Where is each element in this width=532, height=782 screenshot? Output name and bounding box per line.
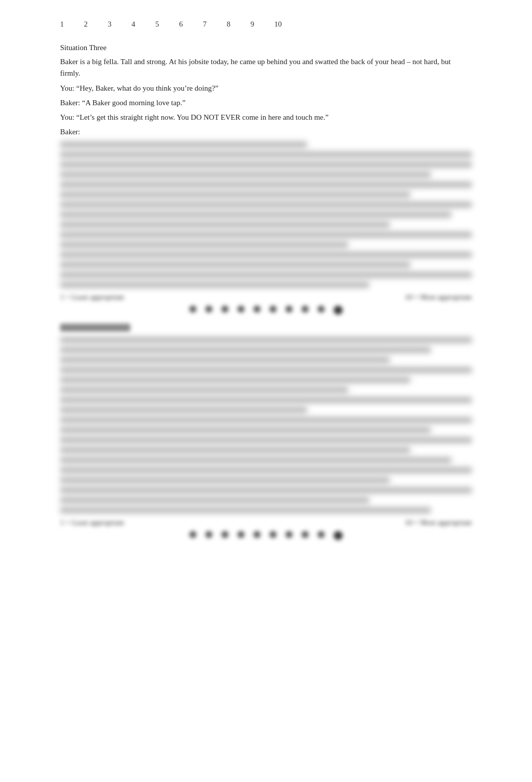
blurred-s2-line-5: [60, 377, 410, 383]
dot2-1[interactable]: [189, 531, 196, 538]
page-4[interactable]: 4: [132, 20, 136, 29]
rating-label-right-2: 10 = Most appropriate: [405, 518, 472, 527]
blurred-s2-line-2: [60, 347, 431, 353]
blurred-s2-line-3: [60, 357, 390, 363]
blurred-s2-line-16: [60, 487, 472, 493]
page-3[interactable]: 3: [108, 20, 112, 29]
page-7[interactable]: 7: [203, 20, 207, 29]
situation-title: Situation Three: [60, 44, 472, 52]
blurred-s2-line-12: [60, 447, 410, 453]
blurred-s2-line-10: [60, 427, 431, 433]
blurred-line-5: [60, 181, 472, 188]
dot-7[interactable]: [286, 306, 293, 313]
dot-5[interactable]: [253, 306, 260, 313]
dot2-10[interactable]: [334, 531, 343, 540]
blurred-line-4: [60, 171, 431, 178]
blurred-line-3: [60, 161, 472, 168]
blurred-line-6: [60, 191, 410, 198]
rating-label-left-2: 1 = Least appropriate: [60, 518, 124, 527]
blurred-s2-line-15: [60, 477, 390, 483]
blurred-line-13: [60, 262, 410, 268]
situation-three-section: Situation Three Baker is a big fella. Ta…: [60, 44, 472, 138]
page-1[interactable]: 1: [60, 20, 64, 29]
page-6[interactable]: 6: [179, 20, 183, 29]
dot-2[interactable]: [205, 306, 212, 313]
blurred-s2-line-4: [60, 367, 472, 373]
blurred-content-1: [60, 141, 472, 288]
blurred-s2-line-7: [60, 397, 472, 403]
dot2-2[interactable]: [205, 531, 212, 538]
page-9[interactable]: 9: [250, 20, 254, 29]
page-5[interactable]: 5: [155, 20, 159, 29]
blurred-s2-line-6: [60, 387, 348, 393]
blurred-line-8: [60, 211, 451, 218]
dot2-6[interactable]: [270, 531, 277, 538]
situation-description: Baker is a big fella. Tall and strong. A…: [60, 56, 472, 80]
blurred-line-15: [60, 282, 369, 288]
dot2-3[interactable]: [221, 531, 228, 538]
dot-6[interactable]: [270, 306, 277, 313]
dot2-7[interactable]: [286, 531, 293, 538]
dialogue-you-2: You: “Let’s get this straight right now.…: [60, 112, 472, 123]
blurred-s2-line-11: [60, 437, 472, 443]
dialogue-you-1: You: “Hey, Baker, what do you think you’…: [60, 83, 472, 94]
rating-label-right-1: 10 = Most appropriate: [405, 293, 472, 302]
dot-9[interactable]: [318, 306, 325, 313]
section-2-divider: [60, 324, 472, 332]
blurred-line-1: [60, 141, 307, 148]
blurred-line-11: [60, 241, 348, 248]
blurred-line-14: [60, 272, 472, 278]
rating-dots-2: [60, 531, 472, 540]
pagination: 1 2 3 4 5 6 7 8 9 10: [60, 20, 472, 29]
dialogue-baker-2-start: Baker:: [60, 126, 472, 138]
dot2-9[interactable]: [318, 531, 325, 538]
blurred-s2-line-17: [60, 497, 369, 503]
dot2-5[interactable]: [253, 531, 260, 538]
blurred-line-9: [60, 221, 390, 228]
page-10[interactable]: 10: [275, 20, 282, 29]
page-2[interactable]: 2: [84, 20, 88, 29]
dot-8[interactable]: [302, 306, 309, 313]
blurred-section-2-title: [60, 324, 130, 332]
blurred-s2-line-14: [60, 467, 472, 473]
dot2-8[interactable]: [302, 531, 309, 538]
blurred-line-10: [60, 231, 472, 238]
blurred-line-7: [60, 201, 472, 208]
rating-row-2: 1 = Least appropriate 10 = Most appropri…: [60, 518, 472, 527]
rating-row-1: 1 = Least appropriate 10 = Most appropri…: [60, 293, 472, 302]
dot-4[interactable]: [237, 306, 244, 313]
blurred-line-2: [60, 151, 472, 158]
blurred-line-12: [60, 251, 472, 258]
blurred-s2-line-18: [60, 507, 431, 513]
rating-label-left-1: 1 = Least appropriate: [60, 293, 124, 302]
blurred-content-2: [60, 337, 472, 513]
page-8[interactable]: 8: [227, 20, 231, 29]
dialogue-baker-1: Baker: “A Baker good morning love tap.”: [60, 97, 472, 109]
dot2-4[interactable]: [237, 531, 244, 538]
dot-10[interactable]: [334, 306, 343, 315]
dot-3[interactable]: [221, 306, 228, 313]
rating-dots-1: [60, 306, 472, 315]
blurred-s2-line-9: [60, 417, 472, 423]
dot-1[interactable]: [189, 306, 196, 313]
blurred-s2-line-13: [60, 457, 451, 463]
blurred-s2-line-8: [60, 407, 307, 413]
blurred-s2-line-1: [60, 337, 472, 343]
